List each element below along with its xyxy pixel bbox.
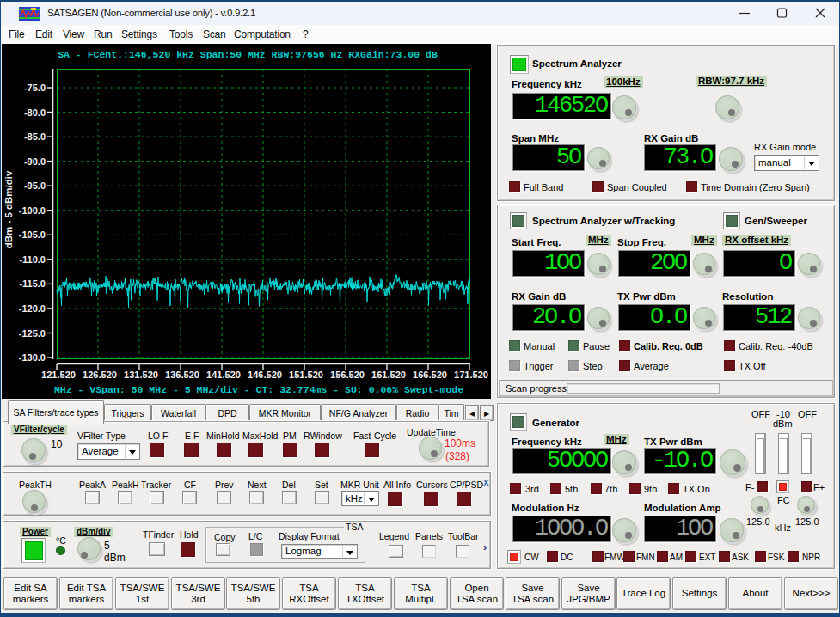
svg-text:-85.0: -85.0	[24, 131, 46, 142]
svg-text:161.520: 161.520	[371, 370, 406, 380]
svg-text:156.520: 156.520	[330, 370, 365, 380]
svg-text:-80.0: -80.0	[24, 107, 46, 118]
svg-text:-125.0: -125.0	[19, 328, 46, 339]
svg-text:-110.0: -110.0	[19, 254, 46, 265]
svg-text:-130.0: -130.0	[19, 352, 46, 363]
svg-text:166.520: 166.520	[413, 370, 447, 380]
svg-text:-100.0: -100.0	[19, 205, 46, 216]
svg-text:-75.0: -75.0	[24, 82, 46, 93]
svg-text:121.520: 121.520	[41, 370, 76, 380]
svg-text:-95.0: -95.0	[24, 180, 46, 191]
svg-text:-90.0: -90.0	[24, 156, 46, 167]
svg-text:171.520: 171.520	[454, 370, 488, 380]
svg-text:126.520: 126.520	[83, 370, 117, 380]
svg-text:dBm - 5 dBm/div: dBm - 5 dBm/div	[3, 170, 14, 248]
svg-text:-115.0: -115.0	[19, 278, 46, 289]
svg-text:131.520: 131.520	[124, 370, 158, 380]
svg-text:136.520: 136.520	[165, 370, 199, 380]
svg-text:-105.0: -105.0	[19, 229, 46, 240]
svg-text:MHz - VSpan: 50 MHz - 5 MHz/di: MHz - VSpan: 50 MHz - 5 MHz/div - CT: 32…	[54, 384, 463, 395]
svg-text:146.520: 146.520	[248, 370, 282, 380]
svg-text:151.520: 151.520	[289, 370, 323, 380]
svg-text:141.520: 141.520	[206, 370, 241, 380]
svg-text:SA - FCent.:146,520 kHz Span:5: SA - FCent.:146,520 kHz Span:50 MHz RBW:…	[58, 49, 438, 60]
svg-text:-120.0: -120.0	[19, 303, 46, 314]
